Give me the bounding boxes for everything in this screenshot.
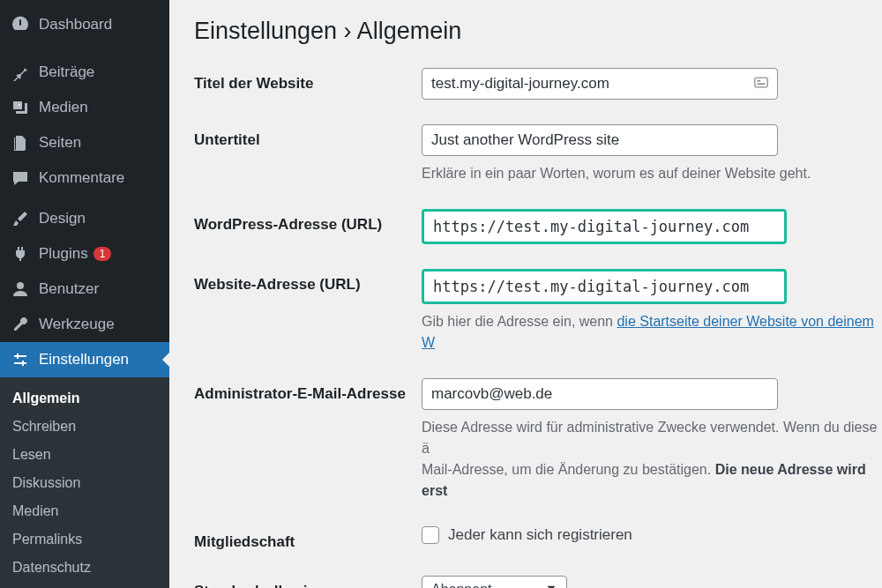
- comments-icon: [11, 168, 30, 188]
- sidebar-item-pages[interactable]: Seiten: [0, 125, 169, 160]
- sidebar-item-label: Design: [39, 210, 86, 227]
- svg-point-1: [17, 282, 24, 289]
- sidebar-item-comments[interactable]: Kommentare: [0, 160, 169, 196]
- submenu-item-writing[interactable]: Schreiben: [0, 413, 169, 441]
- membership-checkbox[interactable]: [422, 526, 439, 544]
- tagline-input[interactable]: [422, 124, 778, 156]
- submenu-item-general[interactable]: Allgemein: [0, 384, 169, 413]
- site-title-label: Titel der Website: [194, 68, 422, 93]
- membership-option-label: Jeder kann sich registrieren: [448, 526, 632, 544]
- brush-icon: [11, 209, 30, 228]
- sidebar-item-label: Medien: [39, 99, 88, 116]
- pages-icon: [11, 133, 30, 153]
- sidebar-item-design[interactable]: Design: [0, 201, 169, 236]
- svg-rect-2: [755, 78, 767, 87]
- siteurl-input[interactable]: [422, 269, 787, 304]
- dashboard-icon: [11, 15, 30, 34]
- wrench-icon: [11, 315, 30, 334]
- select-value: Abonnent: [431, 582, 492, 588]
- sidebar-item-posts[interactable]: Beiträge: [0, 55, 169, 90]
- user-icon: [11, 279, 30, 299]
- admin-email-description: Diese Adresse wird für administrative Zw…: [422, 417, 882, 502]
- svg-point-0: [19, 104, 21, 107]
- sidebar-item-label: Plugins: [39, 245, 88, 263]
- chevron-down-icon: [545, 582, 557, 588]
- admin-sidebar: Dashboard Beiträge Medien Seiten: [0, 0, 169, 588]
- default-role-select[interactable]: Abonnent: [422, 576, 567, 588]
- media-icon: [11, 98, 30, 117]
- tagline-label: Untertitel: [194, 124, 422, 149]
- membership-label: Mitgliedschaft: [194, 526, 422, 551]
- siteurl-label: Website-Adresse (URL): [194, 269, 422, 294]
- sidebar-item-tools[interactable]: Werkzeuge: [0, 307, 169, 342]
- sidebar-item-plugins[interactable]: Plugins 1: [0, 236, 169, 272]
- plug-icon: [11, 244, 30, 264]
- sliders-icon: [11, 350, 30, 369]
- sidebar-item-media[interactable]: Medien: [0, 90, 169, 125]
- main-content: Einstellungen › Allgemein Titel der Webs…: [169, 0, 882, 588]
- svg-rect-3: [758, 80, 761, 82]
- wpurl-input[interactable]: [422, 209, 787, 244]
- sidebar-item-label: Einstellungen: [39, 351, 129, 368]
- submenu-item-privacy[interactable]: Datenschutz: [0, 554, 169, 582]
- default-role-label: Standardrolle eines neuen Benutzers: [194, 576, 422, 588]
- pin-icon: [11, 63, 30, 82]
- autofill-icon: [753, 75, 769, 93]
- settings-submenu: Allgemein Schreiben Lesen Diskussion Med…: [0, 377, 169, 588]
- sidebar-item-label: Kommentare: [39, 169, 124, 187]
- sidebar-item-label: Benutzer: [39, 280, 99, 298]
- admin-email-input[interactable]: [422, 378, 778, 410]
- siteurl-description: Gib hier die Adresse ein, wenn die Start…: [422, 311, 882, 354]
- svg-rect-4: [758, 83, 766, 85]
- submenu-item-media[interactable]: Medien: [0, 497, 169, 525]
- sidebar-item-label: Seiten: [39, 134, 81, 152]
- sidebar-item-users[interactable]: Benutzer: [0, 272, 169, 307]
- sidebar-item-dashboard[interactable]: Dashboard: [0, 7, 169, 42]
- page-title: Einstellungen › Allgemein: [194, 18, 882, 45]
- site-title-input[interactable]: [422, 68, 778, 100]
- tagline-description: Erkläre in ein paar Worten, worum es auf…: [422, 163, 882, 184]
- submenu-item-discussion[interactable]: Diskussion: [0, 469, 169, 497]
- wpurl-label: WordPress-Adresse (URL): [194, 209, 422, 234]
- admin-email-label: Administrator-E-Mail-Adresse: [194, 378, 422, 403]
- sidebar-item-label: Dashboard: [39, 16, 112, 33]
- submenu-item-reading[interactable]: Lesen: [0, 441, 169, 469]
- sidebar-item-label: Beiträge: [39, 63, 94, 81]
- sidebar-item-label: Werkzeuge: [39, 316, 115, 333]
- sidebar-item-settings[interactable]: Einstellungen: [0, 342, 169, 377]
- update-badge: 1: [93, 247, 112, 261]
- submenu-item-permalinks[interactable]: Permalinks: [0, 525, 169, 554]
